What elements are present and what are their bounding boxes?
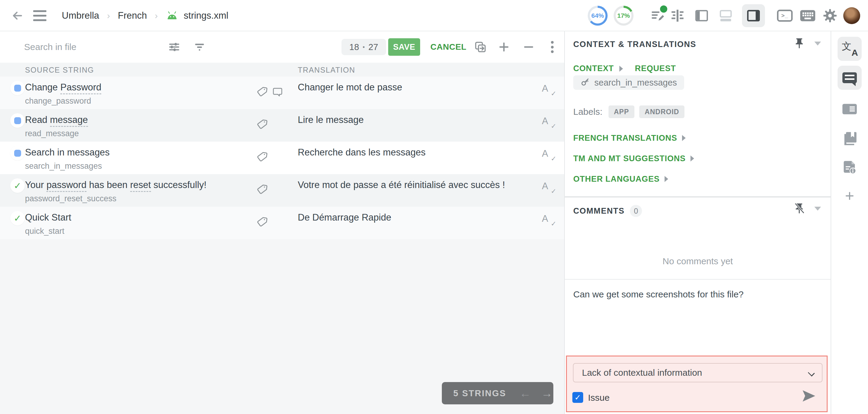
comment-bubble-icon[interactable] [272, 86, 283, 98]
list-toolbar: 18 • 27 SAVE CANCEL [0, 31, 564, 63]
chevron-right-icon: › [107, 10, 110, 21]
tag-icon[interactable] [256, 216, 268, 228]
collapse-caret-icon[interactable] [814, 41, 821, 45]
rail-item-context[interactable] [838, 97, 862, 121]
view-horizontal-split-icon[interactable] [718, 8, 734, 24]
translation-text[interactable]: Votre mot de passe a été réinitialisé av… [298, 180, 505, 190]
next-page-icon[interactable]: → [541, 387, 553, 400]
breadcrumb-project[interactable]: Umbrella [62, 10, 99, 21]
collapse-caret-icon[interactable] [814, 207, 821, 211]
table-row[interactable]: ✓ Quick Start quick_start De Démarrage R… [0, 207, 564, 239]
translation-text[interactable]: Recherche dans les messages [298, 147, 426, 158]
tab-context[interactable]: CONTEXT [573, 64, 614, 73]
user-avatar[interactable] [843, 7, 860, 24]
strings-table: Change Password change_password Changer … [0, 76, 564, 239]
table-row[interactable]: Search in messages search_in_messages Re… [0, 141, 564, 174]
table-row[interactable]: Read message read_message Lire le messag… [0, 109, 564, 141]
string-key: change_password [25, 96, 91, 106]
context-panel: CONTEXT & TRANSLATIONS CONTEXT REQUEST s… [565, 31, 831, 414]
comments-count-badge: 0 [630, 205, 642, 217]
string-key: read_message [25, 129, 79, 138]
issue-type-select[interactable]: Lack of contextual information [573, 363, 823, 382]
strings-pager[interactable]: 5 STRINGS ← → [442, 382, 553, 404]
label-chip: ANDROID [639, 105, 684, 118]
key-icon [581, 78, 590, 87]
table-row[interactable]: Change Password change_password Changer … [0, 76, 564, 109]
total-strings: 27 [368, 42, 378, 52]
search-input[interactable] [24, 38, 151, 56]
comment-input[interactable]: Can we get some screenshots for this fil… [573, 289, 802, 299]
tag-icon[interactable] [256, 183, 268, 195]
save-button[interactable]: SAVE [388, 38, 420, 56]
translation-text[interactable]: Lire le message [298, 115, 364, 125]
context-card-icon [842, 101, 858, 117]
pin-panel-icon[interactable] [793, 37, 805, 50]
console-icon[interactable]: >_ [777, 8, 793, 24]
issue-type-selected-option: Lack of contextual information [582, 368, 702, 378]
back-arrow-icon[interactable] [11, 9, 24, 22]
translation-text[interactable]: De Démarrage Rapide [298, 212, 391, 223]
status-icon: ✓ [10, 179, 25, 193]
source-string-text: Read message [25, 115, 88, 125]
view-left-panel-icon[interactable] [694, 8, 710, 24]
tag-icon[interactable] [256, 151, 268, 163]
filter-strings-icon[interactable] [193, 40, 206, 54]
keyboard-shortcuts-icon[interactable] [800, 8, 815, 24]
source-string-text: Search in messages [25, 147, 110, 158]
previous-page-icon[interactable]: ← [520, 387, 531, 400]
section-divider [565, 196, 831, 197]
string-position-counter: 18 • 27 [341, 39, 386, 55]
label-chip: APP [609, 105, 634, 118]
spellcheck-icon[interactable]: A✓ [542, 83, 554, 96]
rail-item-translations[interactable]: 文A [838, 37, 862, 61]
approved-progress-ring[interactable]: 17% [614, 6, 633, 26]
status-icon [10, 113, 25, 128]
tag-icon[interactable] [256, 118, 268, 130]
string-key: quick_start [25, 227, 64, 236]
copy-source-icon[interactable] [474, 40, 487, 54]
tag-icon[interactable] [256, 86, 268, 98]
view-right-panel-button[interactable] [742, 4, 765, 27]
spellcheck-icon[interactable]: A✓ [542, 148, 554, 161]
panel-section-link[interactable]: TM AND MT SUGGESTIONS [573, 148, 694, 169]
unpin-panel-icon[interactable] [793, 202, 805, 215]
translated-progress-ring[interactable]: 64% [588, 6, 608, 26]
breadcrumb-language[interactable]: French [118, 10, 147, 21]
spellcheck-icon[interactable]: A✓ [542, 213, 554, 227]
rail-item-glossary[interactable] [838, 127, 862, 151]
issue-checkbox[interactable]: ✓ [572, 392, 583, 403]
panel-section-link[interactable]: OTHER LANGUAGES [573, 169, 694, 189]
table-row[interactable]: ✓ Your password has been reset successfu… [0, 174, 564, 207]
translation-queue-icon[interactable] [650, 8, 665, 24]
menu-icon[interactable] [33, 10, 46, 21]
panel-section-link[interactable]: FRENCH TRANSLATIONS [573, 128, 694, 148]
rail-item-file-info[interactable] [838, 156, 862, 180]
cancel-button[interactable]: CANCEL [430, 42, 467, 52]
rail-item-comments[interactable] [838, 66, 862, 90]
comment-input-divider [565, 279, 831, 280]
spellcheck-icon[interactable]: A✓ [542, 116, 554, 129]
settings-gear-icon[interactable] [822, 8, 838, 24]
translated-progress-value: 64% [591, 12, 604, 19]
status-icon: ✓ [10, 211, 25, 225]
string-key: search_in_messages [25, 161, 102, 171]
spellcheck-icon[interactable]: A✓ [542, 181, 554, 194]
translate-icon: 文A [842, 41, 858, 57]
zoom-out-icon[interactable] [522, 40, 535, 54]
translation-text[interactable]: Changer le mot de passe [298, 82, 402, 93]
more-options-icon[interactable] [549, 40, 555, 54]
labels-caption: Labels: [573, 107, 602, 117]
send-comment-icon[interactable] [800, 388, 818, 404]
advanced-filters-icon[interactable] [167, 40, 181, 54]
breadcrumb-file[interactable]: strings.xml [184, 10, 228, 21]
string-key-pill[interactable]: search_in_messages [573, 75, 684, 90]
request-context-button[interactable]: REQUEST [635, 64, 676, 73]
comments-title: COMMENTS [573, 206, 624, 216]
android-file-icon [166, 11, 179, 20]
notification-dot [660, 5, 667, 13]
counter-separator: • [363, 44, 365, 51]
file-info-icon [842, 160, 858, 176]
rail-item-add[interactable]: + [838, 184, 862, 208]
zoom-in-icon[interactable] [497, 40, 510, 54]
view-side-by-side-icon[interactable] [670, 8, 685, 24]
